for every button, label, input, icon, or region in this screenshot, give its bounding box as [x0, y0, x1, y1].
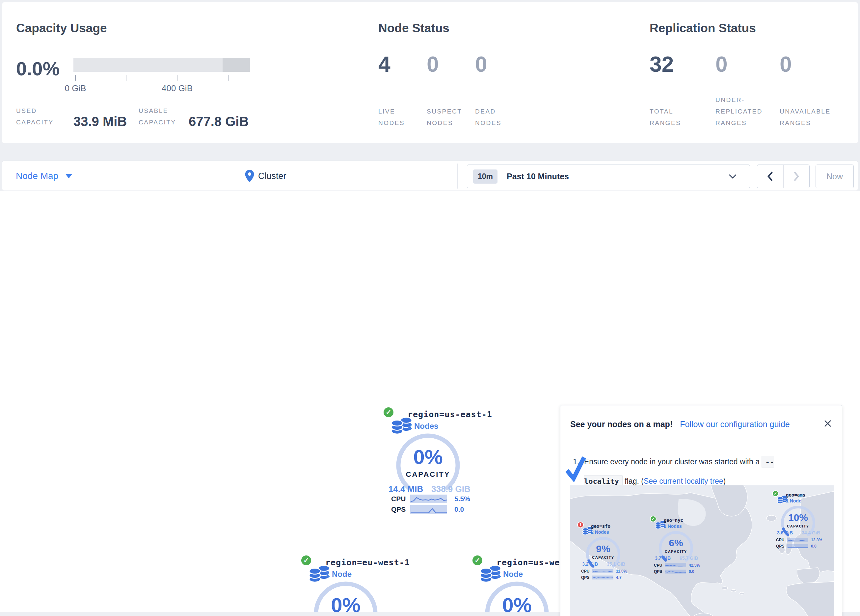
status-ok-icon: ✓	[383, 406, 394, 418]
capacity-total-value: 34.4 GiB	[796, 530, 826, 535]
axis-tick	[75, 75, 76, 81]
cpu-metric-row: CPU 12.3%	[776, 538, 822, 542]
capacity-total-value: 65.7 GiB	[674, 555, 704, 561]
chevron-down-icon	[729, 174, 736, 179]
locality-nodes-link[interactable]: 1 Node	[325, 570, 352, 579]
capacity-percent: 6%	[658, 538, 694, 549]
time-pager	[757, 165, 810, 188]
locality-group-us-east-1: ✓ region=us-east-1 2 Nodes 0% CAPACITY 1…	[382, 405, 476, 516]
node-map-canvas: ✓ region=us-east-1 2 Nodes 0% CAPACITY 1…	[0, 191, 860, 612]
capacity-used-value: 3.7 GiB	[648, 555, 678, 561]
locality-name: region=eu-west-1	[325, 558, 410, 567]
qps-value: 0.0	[689, 569, 694, 574]
status-ok-icon: ✓	[650, 516, 656, 522]
replication-status-title: Replication Status	[650, 21, 756, 35]
step-text: flag. (	[623, 477, 644, 485]
chevron-down-icon	[66, 174, 72, 178]
dead-nodes-count: 0	[475, 52, 531, 77]
map-locality-geo-nyc: ✓ geo=nyc 2 Nodes 6% CAPACITY 3.7 GiB 65…	[650, 516, 703, 577]
qps-value: 4.7	[616, 575, 621, 580]
locality-nodes-link[interactable]: 2 Nodes	[664, 524, 681, 529]
capacity-usage-bar	[74, 58, 250, 72]
locality-tree-link[interactable]: See current locality tree	[644, 477, 723, 485]
configuration-guide-link[interactable]: Follow our configuration guide	[680, 420, 790, 429]
live-nodes-label: LIVE NODES	[378, 97, 418, 129]
qps-metric-row: QPS 4.7	[581, 575, 621, 580]
qps-value: 0.0	[811, 544, 816, 549]
suspect-nodes-label: SUSPECT NODES	[427, 97, 469, 129]
live-nodes-count: 4	[378, 52, 434, 77]
locality-nodes-link[interactable]: 1 Node	[786, 498, 801, 503]
capacity-used-value: 3.6 GiB	[770, 530, 800, 535]
usable-capacity-value: 677.8 GiB	[189, 114, 249, 129]
used-capacity-value: 33.9 MiB	[74, 114, 127, 129]
cpu-sparkline	[665, 563, 686, 567]
qps-metric-row: QPS 0.0	[654, 569, 694, 574]
qps-label: QPS	[776, 544, 787, 549]
capacity-caption: CAPACITY	[780, 524, 816, 528]
locality-group-us-west-1: ✓ region=us-west-1 1 Node 0% CAPACITY 9.…	[471, 553, 565, 616]
blue-checkmark-icon	[565, 454, 587, 484]
total-ranges-count: 32	[650, 52, 706, 77]
breadcrumb-label: Cluster	[258, 171, 286, 181]
panel-header: See your nodes on a map! Follow our conf…	[560, 405, 842, 443]
node-status-title: Node Status	[378, 21, 449, 35]
locality-name: geo=ams	[786, 492, 805, 497]
time-range-dropdown[interactable]: 10m Past 10 Minutes	[467, 165, 750, 188]
cpu-label: CPU	[776, 538, 787, 542]
view-selector-label: Node Map	[16, 171, 58, 181]
capacity-caption: CAPACITY	[585, 555, 621, 560]
cluster-summary-card: Capacity Usage 0.0% 0 GiB 400 GiB USED C…	[2, 2, 858, 144]
capacity-caption: CAPACITY	[394, 470, 462, 479]
close-icon[interactable]	[822, 418, 833, 429]
cpu-label: CPU	[581, 569, 592, 574]
axis-tick	[228, 75, 229, 81]
step-text: Ensure every node in your cluster was st…	[584, 458, 761, 466]
alert-count: 1	[579, 522, 582, 527]
locality-name: geo=sfo	[591, 524, 610, 529]
cluster-overview-page: Capacity Usage 0.0% 0 GiB 400 GiB USED C…	[0, 0, 860, 616]
step-text: )	[723, 477, 726, 485]
cpu-sparkline	[592, 569, 614, 573]
view-selector-dropdown[interactable]: Node Map	[16, 168, 72, 184]
axis-tick-label: 400 GiB	[162, 83, 193, 94]
capacity-percent: 0%	[394, 445, 462, 469]
usable-capacity-label: USABLE CAPACITY	[139, 105, 196, 128]
capacity-usage-title: Capacity Usage	[16, 21, 107, 35]
time-range-label: Past 10 Minutes	[507, 172, 569, 181]
capacity-bar-reserved-segment	[223, 58, 250, 72]
cpu-label: CPU	[654, 563, 665, 567]
locality-group-eu-west-1: ✓ region=eu-west-1 1 Node 0% CAPACITY 9.…	[300, 553, 394, 616]
alert-badge: 1	[577, 522, 584, 528]
cpu-value: 5.5%	[454, 495, 470, 503]
qps-sparkline	[787, 544, 808, 548]
time-range-badge: 10m	[473, 169, 497, 183]
toolbar-divider	[457, 163, 458, 188]
capacity-percent: 9%	[585, 543, 621, 555]
suspect-nodes-count: 0	[427, 52, 483, 77]
locality-nodes-link[interactable]: 2 Nodes	[408, 422, 438, 431]
qps-metric-row: QPS 0.0	[776, 544, 816, 549]
time-back-button[interactable]	[757, 165, 783, 188]
locality-nodes-link[interactable]: 1 Node	[496, 570, 523, 579]
cpu-metric-row: CPU 42.5%	[654, 563, 700, 567]
cpu-sparkline	[410, 495, 447, 503]
breadcrumb[interactable]: Cluster	[245, 168, 286, 184]
cpu-value: 42.5%	[689, 563, 700, 567]
cpu-label: CPU	[391, 495, 410, 503]
map-locality-geo-ams: ✓ geo=ams 1 Node 10% CAPACITY 3.6 GiB 34…	[772, 490, 825, 551]
map-locality-geo-sfo: 1 geo=sfo 2 Nodes 9% CAPACITY 3.2 GiB 35…	[577, 522, 630, 582]
dashboard-toolbar: Node Map Cluster 10m Past 10 Minutes	[2, 161, 858, 191]
status-ok-icon: ✓	[300, 555, 312, 566]
time-forward-button[interactable]	[783, 165, 810, 188]
status-ok-icon: ✓	[471, 555, 483, 566]
locality-nodes-link[interactable]: 2 Nodes	[591, 530, 609, 535]
locality-name: region=us-east-1	[408, 410, 492, 419]
now-button[interactable]: Now	[816, 165, 854, 188]
capacity-used-value: 3.2 GiB	[575, 561, 605, 567]
qps-sparkline	[592, 575, 614, 580]
capacity-total-value: 338.9 GiB	[429, 484, 473, 494]
qps-sparkline	[410, 505, 447, 514]
cpu-value: 11.0%	[616, 569, 627, 574]
cpu-metric-row: CPU 5.5%	[391, 495, 470, 503]
